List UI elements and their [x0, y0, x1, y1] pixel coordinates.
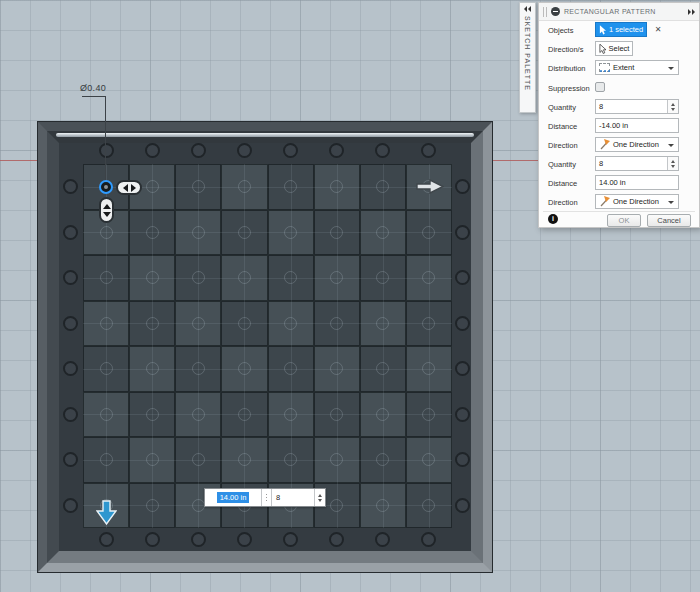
- quantity1-value: 8: [599, 102, 603, 111]
- direction1-dropdown[interactable]: One Direction: [595, 137, 679, 152]
- dimension-leader-horizontal: [82, 96, 106, 97]
- dialog-collapse-icon[interactable]: [551, 7, 560, 16]
- frame-hole: [455, 270, 470, 285]
- stepper-up-icon: [318, 494, 322, 497]
- distance2-input[interactable]: 14.00 in: [595, 175, 679, 190]
- row-quantity-2: Quantity 8: [539, 156, 699, 173]
- inline-quantity-stepper[interactable]: [314, 489, 325, 506]
- frame-hole: [421, 143, 436, 158]
- pattern-preview-instance: [330, 226, 343, 239]
- pattern-preview-instance: [192, 362, 205, 375]
- sketch-palette-tab[interactable]: SKETCH PALETTE: [519, 2, 536, 113]
- frame-hole: [455, 225, 470, 240]
- palette-tab-label: SKETCH PALETTE: [524, 16, 531, 91]
- frame-hole: [375, 532, 390, 547]
- dialog-grip-icon: [543, 7, 547, 17]
- pattern-preview-instance: [192, 499, 205, 512]
- extent-icon: [599, 63, 610, 72]
- pattern-preview-instance: [238, 226, 251, 239]
- frame-hole: [329, 532, 344, 547]
- frame-top-highlight: [56, 133, 474, 137]
- pattern-preview-line: [383, 164, 384, 528]
- suppression-checkbox[interactable]: [595, 82, 605, 92]
- vertical-drag-manipulator[interactable]: [99, 197, 114, 223]
- row-direction-2: Direction One Direction: [539, 194, 699, 211]
- direction2-dropdown[interactable]: One Direction: [595, 194, 679, 209]
- frame-hole: [455, 179, 470, 194]
- distance1-input[interactable]: -14.00 in: [595, 118, 679, 133]
- palette-expand-icon[interactable]: [524, 6, 531, 12]
- frame-hole: [63, 179, 78, 194]
- pattern-preview-line: [83, 414, 452, 415]
- pattern-preview-line: [83, 278, 452, 279]
- frame-hole: [455, 498, 470, 513]
- pattern-preview-instance: [284, 317, 297, 330]
- selected-sketch-circle[interactable]: [99, 180, 113, 194]
- pattern-preview-instance: [192, 317, 205, 330]
- pattern-preview-instance: [284, 226, 297, 239]
- inline-distance-input[interactable]: 14.00 in: [205, 489, 261, 506]
- pattern-preview-instance: [100, 271, 113, 284]
- direction2-label: Direction: [548, 198, 578, 207]
- drag-right-icon: [131, 184, 136, 192]
- pattern-preview-instance: [146, 453, 159, 466]
- frame-hole: [63, 407, 78, 422]
- pattern-preview-instance: [100, 317, 113, 330]
- pattern-preview-instance: [376, 226, 389, 239]
- quantity1-stepper[interactable]: [667, 100, 678, 113]
- pattern-preview-instance: [376, 408, 389, 421]
- chevron-down-icon: [668, 67, 674, 70]
- direction2-value: One Direction: [613, 197, 659, 206]
- inline-pattern-inputs: 14.00 in 8: [204, 488, 326, 507]
- frame-hole: [63, 498, 78, 513]
- cancel-button[interactable]: Cancel: [647, 214, 691, 227]
- drag-left-icon: [123, 184, 128, 192]
- direction1-extent-arrow[interactable]: [416, 179, 444, 198]
- pattern-preview-instance: [376, 317, 389, 330]
- inline-distance-value: 14.00 in: [217, 492, 250, 503]
- info-icon[interactable]: i: [548, 214, 558, 224]
- pattern-preview-instance: [376, 499, 389, 512]
- rectangular-pattern-dialog: RECTANGULAR PATTERN Objects 1 selected ✕…: [538, 2, 700, 228]
- objects-selected-button[interactable]: 1 selected: [595, 22, 647, 37]
- dialog-header[interactable]: RECTANGULAR PATTERN: [539, 3, 699, 21]
- quantity2-input[interactable]: 8: [595, 156, 679, 171]
- pattern-preview-instance: [192, 453, 205, 466]
- frame-hole: [63, 270, 78, 285]
- pattern-preview-instance: [146, 499, 159, 512]
- row-suppression: Suppression: [539, 80, 699, 97]
- objects-clear-icon[interactable]: ✕: [653, 24, 663, 35]
- direction2-extent-arrow-active[interactable]: [96, 500, 117, 529]
- directions-select-button[interactable]: Select: [595, 41, 633, 56]
- pattern-preview-instance: [330, 317, 343, 330]
- distribution-label: Distribution: [548, 64, 586, 73]
- row-distribution: Distribution Extent: [539, 60, 699, 77]
- dialog-detach-icon[interactable]: [688, 9, 695, 15]
- pattern-preview-instance: [146, 362, 159, 375]
- chevron-down-icon: [668, 201, 674, 204]
- quantity2-label: Quantity: [548, 160, 576, 169]
- distribution-value: Extent: [613, 63, 634, 72]
- chevron-down-icon: [668, 144, 674, 147]
- diameter-dimension-label[interactable]: Ø0.40: [80, 83, 106, 93]
- inline-quantity-input[interactable]: 8: [271, 489, 314, 506]
- quantity2-stepper[interactable]: [667, 157, 678, 170]
- pattern-preview-instance: [100, 226, 113, 239]
- inline-drag-grip[interactable]: [261, 489, 271, 506]
- drag-up-icon: [103, 204, 111, 209]
- pattern-preview-line: [83, 460, 452, 461]
- one-direction-icon: [599, 139, 610, 150]
- ok-button[interactable]: OK: [607, 214, 641, 227]
- quantity1-input[interactable]: 8: [595, 99, 679, 114]
- frame-hole: [455, 407, 470, 422]
- inline-quantity-value: 8: [276, 493, 280, 502]
- pattern-preview-instance: [100, 453, 113, 466]
- viewport-canvas[interactable]: Ø0.40 14.00 in 8 SKETC: [0, 0, 700, 592]
- pattern-preview-instance: [238, 408, 251, 421]
- distribution-dropdown[interactable]: Extent: [595, 60, 679, 75]
- horizontal-drag-manipulator[interactable]: [116, 180, 142, 195]
- distance2-value: 14.00 in: [599, 178, 626, 187]
- row-direction-1: Direction One Direction: [539, 137, 699, 154]
- row-quantity-1: Quantity 8: [539, 99, 699, 116]
- frame-hole: [283, 532, 298, 547]
